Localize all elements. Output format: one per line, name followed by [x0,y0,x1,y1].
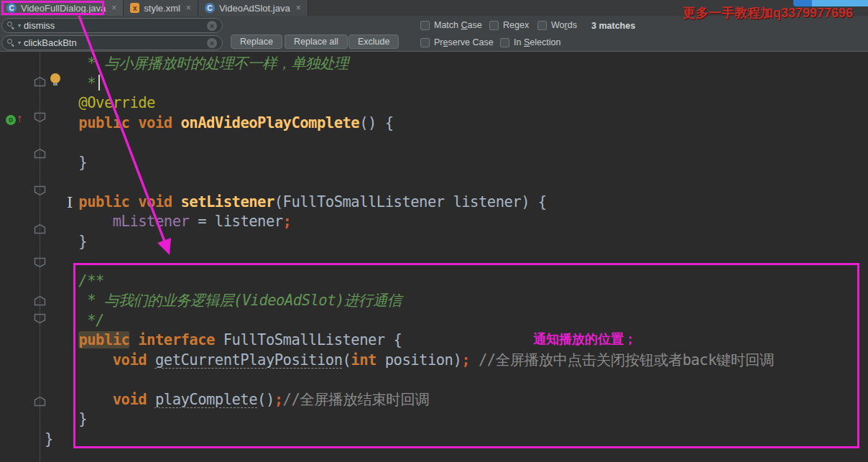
search-history-chevron-icon[interactable]: ▾ [18,22,21,29]
code-line[interactable]: } [45,153,774,173]
xml-file-icon: x [130,3,139,13]
checkbox-words[interactable]: Words [537,20,577,30]
replace-input[interactable] [24,37,204,48]
checkbox-preserve-case[interactable]: Preserve Case [420,37,494,47]
replace-history-chevron-icon[interactable]: ▾ [18,40,21,46]
annotation-code-highlight-rect [73,263,859,448]
checkbox-match-case[interactable]: Match Case [420,20,482,30]
replace-button[interactable]: Replace [231,34,282,49]
code-line[interactable]: mListener = listener; [45,212,774,232]
search-icon [7,22,15,29]
ibeam-cursor-icon: I [67,194,73,211]
promo-watermark-text: 更多一手教程加q3379977696 [683,4,853,22]
exclude-button[interactable]: Exclude [348,34,399,49]
override-arrow-icon: ↑ [17,112,22,125]
replace-field[interactable]: ▾ × [1,35,223,50]
match-count: 3 matches [591,21,635,31]
code-line[interactable] [45,133,774,153]
checkbox-box[interactable] [489,21,499,30]
checkbox-box[interactable] [420,38,430,47]
badge-top-right [793,0,868,6]
clear-search-icon[interactable]: × [207,21,217,31]
tab-videoadslot[interactable]: C VideoAdSlot.java × [198,0,308,16]
search-icon [7,39,15,47]
search-input[interactable] [24,20,204,31]
close-icon[interactable]: × [186,3,191,13]
tab-label: VideoAdSlot.java [219,3,290,14]
close-icon[interactable]: × [111,3,116,13]
code-line[interactable]: public void onAdVideoPlayComplete() { [45,114,774,134]
annotation-note-text: 通知播放的位置； [533,331,637,348]
replace-all-button[interactable]: Replace all [285,34,348,49]
override-marker-icon[interactable]: o [6,115,16,125]
code-line[interactable]: @Override [45,93,774,114]
code-line[interactable]: * [45,74,774,94]
annotation-tab-highlight-rect [1,1,104,15]
close-icon[interactable]: × [296,3,301,13]
checkbox-box[interactable] [537,21,547,30]
checkbox-regex[interactable]: Regex [489,20,529,30]
text-caret [98,75,100,91]
code-line[interactable]: public void setListener(FullToSmallListe… [45,193,774,213]
checkbox-in-selection[interactable]: In Selection [500,37,560,47]
checkbox-box[interactable] [420,21,430,30]
code-line[interactable]: * 与小屏播放时的处理不一样，单独处理 [45,54,774,74]
tab-label: style.xml [144,3,180,14]
clear-replace-icon[interactable]: × [207,38,217,48]
code-line[interactable] [45,172,774,193]
code-line[interactable]: } [45,232,774,252]
java-class-icon: C [205,3,215,13]
checkbox-box[interactable] [500,38,509,47]
search-field[interactable]: ▾ × [1,18,223,33]
tab-stylexml[interactable]: x style.xml × [124,0,198,16]
